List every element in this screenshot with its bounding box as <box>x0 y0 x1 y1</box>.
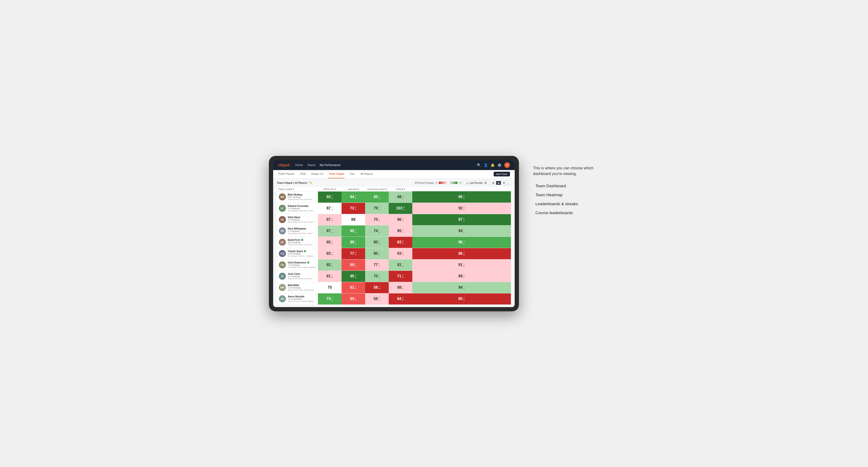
metric-change: 1 ▼ <box>402 195 404 199</box>
navbar: clippd Home Teams My Performance 🔍 👤 🔔 ⚙… <box>273 160 515 170</box>
add-team-button[interactable]: Add Team <box>494 172 510 177</box>
last-rounds-label: Last Rounds: <box>469 182 483 184</box>
subnav-tour[interactable]: Tour <box>349 170 355 178</box>
player-name[interactable]: Dave Billingham <box>288 227 316 230</box>
player-club: Craigmillar Park, United Kingdom <box>288 266 316 269</box>
metric-approach: 58 4 ▼ <box>365 282 389 293</box>
player-name[interactable]: Matt Miller <box>288 284 316 286</box>
view-heatmap-btn[interactable]: ▦ <box>496 181 501 185</box>
change-arrow: ▼ <box>378 220 380 222</box>
subnav-pgat[interactable]: PGAT Players <box>278 170 295 178</box>
metric-player_quality: 75 <box>318 282 342 293</box>
change-arrow: ▼ <box>355 288 356 290</box>
change-arrow: ▼ <box>378 288 380 290</box>
metric-number: 85 <box>374 195 378 199</box>
change-val: 1 <box>379 251 380 253</box>
player-name[interactable]: Josh Coles <box>288 273 316 275</box>
search-icon[interactable]: 🔍 <box>477 163 481 167</box>
avatar[interactable]: U <box>504 162 510 168</box>
change-arrow: ▲ <box>355 243 356 245</box>
subnav-allplayers[interactable]: All Players <box>360 170 373 178</box>
view-options-btn[interactable]: ↕ <box>507 181 511 185</box>
player-name[interactable]: Blair McHarg <box>288 193 316 196</box>
col-header-player[interactable]: Player Quality ▾ <box>277 187 318 191</box>
metric-change: 7 ▲ <box>355 240 356 245</box>
nav-icons: 🔍 👤 🔔 ⚙️ U <box>477 162 510 168</box>
subnav-hcaps[interactable]: Hcaps 1-5 <box>311 170 323 178</box>
col-header-approach[interactable]: Approach ▾ <box>342 187 365 191</box>
nav-link-myperformance[interactable]: My Performance <box>319 163 340 167</box>
metric-change: 3 ▼ <box>355 285 356 290</box>
settings-icon[interactable]: ⚙️ <box>497 163 501 167</box>
metric-value: 87 1 ▲ <box>319 206 340 211</box>
change-arrow: ▼ <box>463 265 465 267</box>
player-hcap: 6-10 Handicap <box>288 286 316 289</box>
metric-approach: 80 3 ▲ <box>365 237 389 248</box>
change-arrow: ▲ <box>403 209 405 211</box>
metric-change: 4 ▲ <box>355 229 356 233</box>
metric-value: 79 9 ▲ <box>367 206 387 211</box>
player-club: Royal North Devon Golf Club, United King… <box>288 278 316 280</box>
change-arrow: ▲ <box>463 231 465 233</box>
player-name[interactable]: Aaron Nicholls <box>288 295 314 298</box>
player-info: Josh Coles 1-5 Handicap Royal North Devo… <box>288 273 316 280</box>
tablet-screen: clippd Home Teams My Performance 🔍 👤 🔔 ⚙… <box>273 160 515 307</box>
player-club: Royal North Devon Golf Club, United King… <box>288 198 316 200</box>
view-grid-btn[interactable]: ⊞ <box>491 181 496 185</box>
metric-change: 6 ▼ <box>402 251 404 256</box>
metric-change: 1 ▲ <box>378 229 380 233</box>
view-list-btn[interactable]: ☰ <box>501 181 506 185</box>
metric-number: 87 <box>327 206 331 210</box>
annotation-item-1: Team Dashboard <box>535 184 599 188</box>
metric-value: 91 3 ▼ <box>414 263 509 267</box>
change-arrow: ▲ <box>378 231 380 233</box>
change-arrow: ▲ <box>378 243 380 245</box>
col-header-offtee[interactable]: Off the Tee ▾ <box>318 187 342 191</box>
col-header-aroundgreen[interactable]: Around the Green ▾ <box>365 187 389 191</box>
metric-number: 83 <box>327 251 331 256</box>
metric-change: 6 ▼ <box>402 217 404 222</box>
player-hcap: 1-5 Handicap <box>288 264 316 266</box>
table-row: DF David Ford Plus Handicap Royal North … <box>277 237 511 248</box>
bell-icon[interactable]: 🔔 <box>491 163 495 167</box>
metric-number: 86 <box>458 251 463 256</box>
metric-number: 80 <box>374 240 378 244</box>
player-club: Sunningdale Golf Club, United Kingdom <box>288 221 316 223</box>
player-club: Gog Magog Golf Club, United Kingdom <box>288 232 316 235</box>
last-rounds-value: 20 <box>484 182 487 184</box>
player-club: Woburn Golf Club, United Kingdom <box>288 289 316 291</box>
metric-number: 83 <box>397 251 401 256</box>
metric-approach: 80 1 ▲ <box>365 248 389 259</box>
nav-link-teams[interactable]: Teams <box>307 163 315 167</box>
player-name[interactable]: Charlie Quick <box>288 250 316 253</box>
metric-number: 95 <box>458 195 463 199</box>
player-name[interactable]: Chris Robertson <box>288 261 316 264</box>
player-name[interactable]: David Ford <box>288 239 316 241</box>
metric-value: 58 10 ▲ <box>367 297 387 301</box>
metric-number: 75 <box>328 285 332 290</box>
player-hcap: 1-5 Handicap <box>288 219 316 221</box>
player-name[interactable]: Edward Crossman <box>288 205 316 207</box>
last-rounds-button[interactable]: 📊 Last Rounds: 20 <box>464 181 489 185</box>
metric-value: 85 8 ▲ <box>367 195 387 199</box>
col-header-putting[interactable]: Putting ▾ <box>389 187 412 191</box>
metric-value: 73 11 ▼ <box>343 206 364 211</box>
subnav-teamclippd[interactable]: Team Clippd <box>328 170 345 178</box>
player-club: Royal North Devon Golf Club, United King… <box>288 244 316 246</box>
metric-number: 85 <box>327 240 331 244</box>
player-name[interactable]: Elliot Ebert <box>288 216 316 219</box>
subnav-pga[interactable]: PGA <box>300 170 306 178</box>
metric-value: 84 21 ▼ <box>390 297 411 301</box>
metric-number: 92 <box>458 206 463 210</box>
metric-value: 96 3 ▲ <box>414 240 509 245</box>
user-icon[interactable]: 👤 <box>484 163 488 167</box>
metric-value: 80 1 ▲ <box>367 251 387 256</box>
metric-change: 4 ▲ <box>331 195 333 199</box>
nav-link-home[interactable]: Home <box>295 163 303 167</box>
edit-icon[interactable]: ✏️ <box>309 181 312 184</box>
metric-player_quality: 93 4 ▲ <box>318 191 342 203</box>
player-cell: CQ Charlie Quick 6-10 Handicap St. Georg… <box>277 248 318 259</box>
metric-number: 85 <box>458 297 463 301</box>
metric-value: 74 1 ▲ <box>367 229 387 233</box>
metric-change: 11 ▼ <box>402 274 404 279</box>
